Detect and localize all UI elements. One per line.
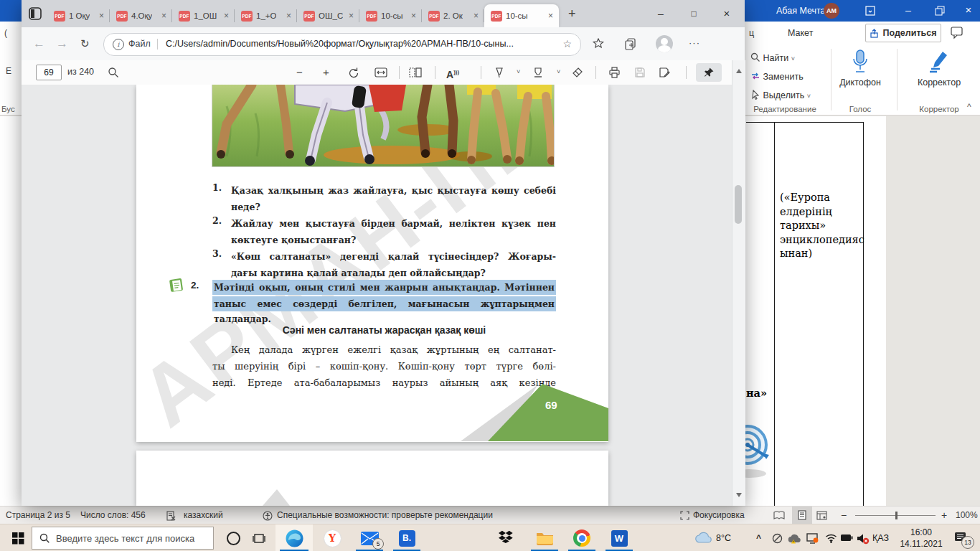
ribbon-display-options-icon[interactable]	[864, 5, 876, 17]
fit-to-width-icon[interactable]	[374, 67, 387, 78]
zoom-out-icon[interactable]: −	[296, 60, 303, 84]
rotate-icon[interactable]	[348, 67, 360, 79]
volume-muted-icon[interactable]	[857, 533, 870, 545]
view-web-layout-icon[interactable]	[816, 511, 827, 520]
draw-pen-icon[interactable]	[494, 67, 505, 78]
status-language[interactable]: казахский	[184, 507, 223, 524]
comments-icon[interactable]	[950, 25, 964, 39]
add-favorite-star-icon[interactable]: ☆	[562, 34, 572, 54]
replace-button[interactable]: Заменить	[750, 67, 804, 86]
address-bar[interactable]: i Файл C:/Users/admin/Documents/Новый%20…	[103, 33, 581, 56]
browser-tab[interactable]: PDF1 Оқу×	[47, 4, 110, 27]
status-accessibility[interactable]: Специальные возможности: проверьте реком…	[277, 507, 493, 524]
tab-close-icon[interactable]: ×	[411, 11, 416, 20]
more-menu-icon[interactable]: ···	[689, 27, 700, 59]
display-cast-icon[interactable]	[806, 533, 819, 544]
favorites-icon[interactable]	[593, 38, 606, 50]
view-read-mode-icon[interactable]	[773, 511, 785, 520]
battery-icon[interactable]	[841, 534, 853, 542]
status-page[interactable]: Страница 2 из 5	[6, 507, 70, 524]
edge-maximize-button[interactable]: □	[677, 0, 710, 27]
new-tab-button[interactable]: +	[568, 0, 576, 27]
zoom-in-icon[interactable]: +	[323, 60, 329, 84]
chevron-down-icon[interactable]: ˅	[517, 60, 520, 84]
back-icon[interactable]: ←	[33, 27, 45, 60]
sync-paused-icon[interactable]	[772, 533, 783, 544]
highlighter-icon[interactable]	[532, 67, 544, 78]
file-scheme-label[interactable]: Файл	[128, 34, 151, 54]
page-view-icon[interactable]	[409, 67, 422, 78]
view-print-layout-icon[interactable]	[792, 507, 812, 524]
refresh-icon[interactable]: ↻	[80, 27, 90, 60]
tab-actions-menu-icon[interactable]	[28, 6, 42, 21]
url-text[interactable]: C:/Users/admin/Documents/Новый%20формат/…	[166, 34, 552, 54]
scrollbar-thumb[interactable]	[735, 185, 742, 224]
taskbar-edge-icon[interactable]	[275, 524, 313, 551]
clock[interactable]: 16:00 14.11.2021	[898, 527, 944, 550]
zoom-percent[interactable]: 100%	[956, 507, 978, 524]
taskbar-chrome-icon[interactable]	[564, 524, 600, 551]
info-icon[interactable]: i	[113, 39, 124, 50]
dictate-button[interactable]	[851, 49, 870, 76]
status-focus[interactable]: Фокусировка	[693, 507, 745, 524]
word-restore-button[interactable]	[925, 6, 954, 16]
collections-icon[interactable]	[624, 37, 637, 50]
tab-close-icon[interactable]: ×	[548, 11, 553, 20]
tab-contextual-partial[interactable]: ц	[749, 22, 754, 44]
weather-cloud-icon[interactable]	[694, 531, 713, 544]
pdf-scrollbar[interactable]	[732, 60, 745, 506]
table-cell-text[interactable]: («Еуропаелдерініңтарихы»энциклопедиясына…	[780, 191, 864, 261]
word-minimize-button[interactable]: –	[894, 0, 923, 20]
browser-tab[interactable]: PDF1_+О×	[235, 4, 297, 27]
find-button[interactable]: Найти ˅	[750, 49, 795, 67]
browser-tab[interactable]: PDF2. Ок×	[422, 4, 484, 27]
browser-tab[interactable]: PDF10-сы×	[484, 4, 559, 27]
weather-temp[interactable]: 8°C	[716, 524, 731, 551]
share-button[interactable]: Поделиться	[865, 24, 941, 42]
page-number-input[interactable]: 69	[36, 65, 62, 80]
notification-center-icon[interactable]: 13	[954, 532, 967, 543]
pin-toolbar-button[interactable]	[696, 63, 722, 82]
tab-close-icon[interactable]: ×	[161, 11, 166, 20]
tab-close-icon[interactable]: ×	[349, 11, 354, 20]
tab-close-icon[interactable]: ×	[99, 11, 104, 20]
browser-tab[interactable]: PDF10-сы×	[359, 4, 422, 27]
eraser-icon[interactable]	[571, 67, 583, 78]
status-word-count[interactable]: Число слов: 456	[80, 507, 146, 524]
tab-close-icon[interactable]: ×	[286, 11, 291, 20]
wifi-icon[interactable]	[825, 533, 837, 543]
zoom-out-button[interactable]: −	[841, 507, 847, 524]
forward-icon[interactable]: →	[56, 27, 68, 60]
pdf-page-1[interactable]: АРМАН-ПВ	[136, 85, 608, 442]
browser-tab[interactable]: PDF1_ОШ×	[172, 4, 235, 27]
chevron-down-icon[interactable]: ˅	[557, 60, 560, 84]
onedrive-warning-icon[interactable]	[788, 533, 801, 544]
print-icon[interactable]	[608, 67, 621, 78]
language-indicator[interactable]: ҚАЗ	[872, 524, 889, 551]
editor-button[interactable]	[927, 50, 950, 73]
select-button[interactable]: Выделить ˅	[750, 86, 811, 105]
taskbar-search-input[interactable]: Введите здесь текст для поиска	[32, 527, 214, 550]
browser-tab[interactable]: PDF4.Оқу×	[110, 4, 172, 27]
tray-expand-icon[interactable]: ^	[756, 524, 761, 551]
edge-close-button[interactable]: ×	[710, 0, 743, 27]
pdf-content-area[interactable]: АРМАН-ПВ	[22, 85, 732, 506]
taskbar-yandex-icon[interactable]: Y	[314, 524, 350, 551]
save-as-icon[interactable]	[659, 67, 671, 78]
read-aloud-icon[interactable]: A)))	[446, 60, 459, 84]
tab-layout[interactable]: Макет	[788, 22, 813, 44]
avatar[interactable]: AM	[824, 3, 839, 19]
search-icon[interactable]	[108, 67, 119, 78]
collapse-ribbon-icon[interactable]: ^	[967, 102, 971, 112]
taskbar-explorer-icon[interactable]	[527, 524, 562, 551]
scroll-down-icon[interactable]	[736, 493, 742, 500]
accessibility-icon[interactable]	[263, 511, 273, 521]
scroll-up-icon[interactable]	[736, 66, 742, 73]
task-view-icon[interactable]	[241, 524, 277, 551]
browser-tab[interactable]: PDFОШ_С×	[297, 4, 359, 27]
taskbar-vk-icon[interactable]: B.	[389, 524, 425, 551]
word-close-button[interactable]: ×	[957, 0, 980, 20]
proofing-icon[interactable]	[166, 511, 176, 521]
taskbar-mail-icon[interactable]: 5	[352, 524, 387, 551]
zoom-slider-thumb[interactable]	[895, 512, 897, 519]
